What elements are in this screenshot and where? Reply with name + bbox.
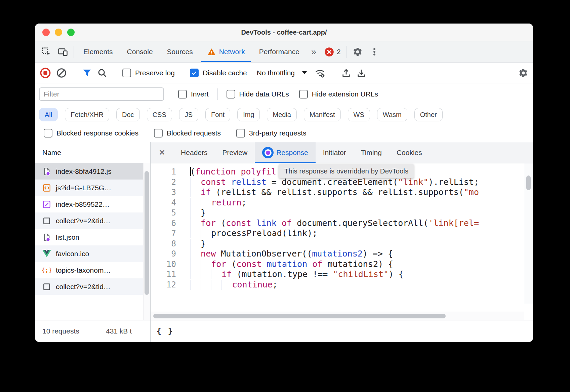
third-party-checkbox[interactable] bbox=[236, 129, 245, 138]
request-row[interactable]: {;}topics-taxonom… bbox=[35, 262, 150, 278]
request-name: favicon.ico bbox=[56, 250, 89, 258]
hide-extension-urls-checkbox[interactable] bbox=[299, 90, 308, 99]
code-vertical-scrollbar[interactable] bbox=[524, 163, 533, 304]
tab-network[interactable]: Network bbox=[200, 41, 252, 62]
more-tabs-button[interactable]: » bbox=[307, 41, 321, 62]
scrollbar-thumb[interactable] bbox=[526, 175, 531, 190]
inspect-element-button[interactable] bbox=[38, 41, 54, 62]
tab-sources[interactable]: Sources bbox=[160, 41, 200, 62]
type-filter-ws[interactable]: WS bbox=[348, 108, 370, 121]
name-column-header[interactable]: Name bbox=[35, 142, 150, 163]
type-filter-fetch-xhr[interactable]: Fetch/XHR bbox=[65, 108, 109, 121]
download-icon bbox=[356, 68, 366, 78]
throttling-select[interactable]: No throttling bbox=[257, 69, 307, 77]
type-filter-other[interactable]: Other bbox=[414, 108, 443, 121]
scrollbar-thumb[interactable] bbox=[153, 314, 446, 318]
line-number[interactable]: 5 bbox=[151, 208, 176, 218]
hide-extension-urls-toggle[interactable]: Hide extension URLs bbox=[299, 90, 378, 99]
record-network-log-button[interactable] bbox=[40, 67, 51, 79]
device-toolbar-button[interactable] bbox=[54, 41, 71, 62]
issues-error-badge[interactable]: 2 bbox=[321, 41, 344, 62]
type-filter-wasm[interactable]: Wasm bbox=[377, 108, 407, 121]
zoom-window-button[interactable] bbox=[67, 29, 75, 36]
detail-tab-timing[interactable]: Timing bbox=[354, 142, 389, 163]
blocked-cookies-toggle[interactable]: Blocked response cookies bbox=[44, 129, 138, 138]
request-row[interactable]: js?id=G-LB75G… bbox=[35, 180, 150, 196]
svg-text:{;}: {;} bbox=[42, 267, 51, 273]
detail-tab-preview[interactable]: Preview bbox=[215, 142, 255, 163]
blocked-requests-toggle[interactable]: Blocked requests bbox=[154, 129, 221, 138]
devtools-menu-button[interactable] bbox=[366, 41, 383, 62]
detail-tab-headers[interactable]: Headers bbox=[173, 142, 215, 163]
line-number[interactable]: 2 bbox=[151, 177, 176, 188]
hide-extension-urls-label: Hide extension URLs bbox=[312, 90, 378, 98]
minimize-window-button[interactable] bbox=[55, 29, 62, 36]
settings-button[interactable] bbox=[349, 41, 366, 62]
tab-label: Console bbox=[127, 48, 153, 56]
request-row[interactable]: index-b859522… bbox=[35, 196, 150, 212]
line-number[interactable]: 7 bbox=[151, 228, 176, 239]
preserve-log-toggle[interactable]: Preserve log bbox=[122, 69, 175, 77]
code-line-content: if (mutation.type !== "childList") { bbox=[176, 269, 404, 280]
line-number[interactable]: 3 bbox=[151, 187, 176, 198]
search-button[interactable] bbox=[97, 68, 107, 78]
type-filter-manifest[interactable]: Manifest bbox=[304, 108, 341, 121]
detail-tab-response[interactable]: Response bbox=[255, 142, 316, 163]
blocked-cookies-checkbox[interactable] bbox=[44, 129, 52, 138]
import-har-button[interactable] bbox=[356, 68, 366, 78]
invert-toggle[interactable]: Invert bbox=[178, 90, 209, 99]
line-number[interactable]: 4 bbox=[151, 198, 176, 208]
tab-console[interactable]: Console bbox=[120, 41, 160, 62]
type-filter-font[interactable]: Font bbox=[205, 108, 230, 121]
hide-data-urls-toggle[interactable]: Hide data URLs bbox=[227, 90, 289, 99]
clear-network-log-button[interactable] bbox=[56, 68, 67, 78]
invert-checkbox[interactable] bbox=[178, 90, 187, 99]
network-settings-button[interactable] bbox=[518, 68, 528, 78]
filter-toggle-button[interactable] bbox=[82, 68, 92, 78]
response-code-view[interactable]: 1(function polyfil2const relList = docum… bbox=[151, 163, 533, 312]
export-har-button[interactable] bbox=[341, 68, 351, 78]
disable-cache-toggle[interactable]: Disable cache bbox=[190, 69, 247, 77]
code-line: 3if (relList && relList.supports && relL… bbox=[151, 187, 533, 198]
close-detail-button[interactable]: ✕ bbox=[151, 142, 173, 163]
request-row[interactable]: index-8bfa4912.js bbox=[35, 163, 150, 180]
close-window-button[interactable] bbox=[42, 29, 50, 36]
request-list-scrollbar[interactable] bbox=[143, 163, 150, 320]
line-number[interactable]: 8 bbox=[151, 239, 176, 249]
type-filter-css[interactable]: CSS bbox=[147, 108, 172, 121]
tab-elements[interactable]: Elements bbox=[76, 41, 120, 62]
detail-tab-initiator[interactable]: Initiator bbox=[316, 142, 354, 163]
disable-cache-checkbox[interactable] bbox=[190, 69, 199, 77]
type-filter-img[interactable]: Img bbox=[237, 108, 260, 121]
line-number[interactable]: 1 bbox=[151, 167, 176, 177]
line-number[interactable]: 12 bbox=[151, 280, 176, 290]
request-row[interactable]: collect?v=2&tid… bbox=[35, 278, 150, 295]
detail-tab-cookies[interactable]: Cookies bbox=[389, 142, 430, 163]
line-number[interactable]: 10 bbox=[151, 259, 176, 270]
request-row[interactable]: collect?v=2&tid… bbox=[35, 212, 150, 229]
third-party-toggle[interactable]: 3rd-party requests bbox=[236, 129, 306, 138]
title-bar[interactable]: DevTools - coffee-cart.app/ bbox=[35, 24, 533, 41]
request-summary: 10 requests 431 kB t bbox=[35, 320, 151, 342]
scrollbar-thumb[interactable] bbox=[145, 171, 149, 295]
indent-guide bbox=[201, 228, 211, 238]
code-line: 7processPreload(link); bbox=[151, 228, 533, 239]
type-filter-doc[interactable]: Doc bbox=[116, 108, 140, 121]
request-row[interactable]: list.json bbox=[35, 229, 150, 245]
pretty-print-button[interactable]: { } bbox=[157, 327, 174, 336]
type-filter-media[interactable]: Media bbox=[267, 108, 296, 121]
type-filter-all[interactable]: All bbox=[39, 108, 58, 121]
code-line-content: return; bbox=[176, 198, 247, 208]
tab-performance[interactable]: Performance bbox=[252, 41, 307, 62]
line-number[interactable]: 6 bbox=[151, 218, 176, 229]
preserve-log-checkbox[interactable] bbox=[122, 69, 131, 77]
hide-data-urls-checkbox[interactable] bbox=[227, 90, 235, 99]
network-filter-input[interactable] bbox=[39, 87, 164, 101]
line-number[interactable]: 9 bbox=[151, 249, 176, 259]
request-row[interactable]: favicon.ico bbox=[35, 245, 150, 262]
line-number[interactable]: 11 bbox=[151, 269, 176, 280]
blocked-requests-checkbox[interactable] bbox=[154, 129, 163, 138]
code-horizontal-scrollbar[interactable] bbox=[151, 312, 524, 320]
network-conditions-button[interactable] bbox=[314, 67, 326, 79]
type-filter-js[interactable]: JS bbox=[179, 108, 198, 121]
